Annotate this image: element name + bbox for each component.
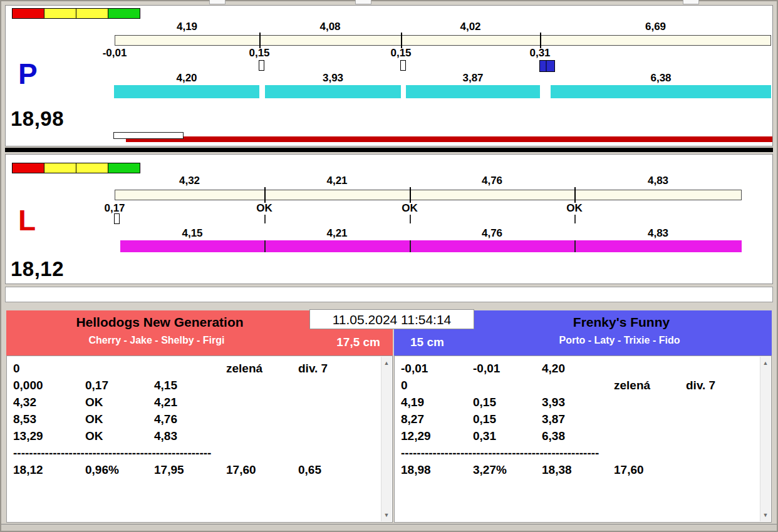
offset-marker-box <box>114 213 120 224</box>
offset-label: 0,15 <box>370 47 432 59</box>
team-dog-names: Porto - Laty - Trixie - Fido <box>475 335 764 346</box>
table-cell: 4,32 <box>13 394 85 411</box>
table-cell: -0,01 <box>401 360 473 377</box>
table-cell: 0 <box>401 377 473 394</box>
table-separator: ----------------------------------------… <box>13 444 376 461</box>
start-light <box>12 8 44 19</box>
split-tick-mark <box>410 187 411 203</box>
table-row: 8,53OK4,76 <box>13 411 376 427</box>
split-time-label: 4,08 <box>299 21 361 33</box>
table-cell <box>298 411 376 427</box>
scrollbar[interactable]: ▲ ▼ <box>381 357 392 521</box>
split-time-bar <box>115 190 742 200</box>
dog-time-bar-segment <box>114 85 259 98</box>
table-cell <box>686 360 755 377</box>
table-cell: 0,65 <box>298 461 376 478</box>
table-cell: 12,29 <box>401 427 473 444</box>
table-cell: 17,95 <box>154 461 226 478</box>
table-row: 0zelenádiv. 7 <box>13 360 376 377</box>
dog-time-bar-segment <box>265 85 401 98</box>
table-cell: 8,53 <box>13 411 85 427</box>
table-cell: 4,15 <box>154 377 226 394</box>
table-cell: OK <box>85 411 154 427</box>
table-cell: 4,19 <box>401 394 473 411</box>
start-light <box>44 8 76 19</box>
split-tick-mark <box>574 187 576 203</box>
table-cell <box>226 411 298 427</box>
start-light <box>108 8 140 19</box>
start-light <box>108 163 140 173</box>
table-row: 18,983,27%18,3817,60 <box>401 461 755 478</box>
table-cell <box>686 411 755 427</box>
table-row: 4,190,153,93 <box>401 394 755 411</box>
window-edge-fragment <box>355 0 371 4</box>
scrollbar[interactable]: ▲ ▼ <box>760 357 770 521</box>
dog-time-bar-segment <box>574 240 742 252</box>
scroll-up-icon[interactable]: ▲ <box>381 360 392 366</box>
split-time-label: 4,83 <box>627 175 690 187</box>
table-cell <box>614 427 686 444</box>
offset-tick-mark <box>574 215 576 223</box>
team-result-area: 0zelenádiv. 70,0000,174,154,32OK4,218,53… <box>6 356 393 523</box>
start-light <box>76 163 108 173</box>
split-time-label: 4,02 <box>439 21 502 33</box>
offset-label: 0,17 <box>83 202 146 215</box>
team-panel-left: Hellodogs New Generation Cherry - Jake -… <box>6 310 393 523</box>
lane-letter: L <box>18 205 36 237</box>
table-cell: 3,27% <box>473 461 542 478</box>
table-cell: 0,000 <box>13 377 85 394</box>
dog-time-label: 3,87 <box>442 72 504 84</box>
team-table: 0zelenádiv. 70,0000,174,154,32OK4,218,53… <box>13 360 376 478</box>
table-row: -0,01-0,014,20 <box>401 360 755 377</box>
dog-time-label: 4,76 <box>461 227 524 240</box>
table-row: 0,0000,174,15 <box>13 377 376 394</box>
progress-marker-box <box>113 132 184 139</box>
table-cell <box>614 360 686 377</box>
start-light <box>44 163 76 173</box>
dog-time-label: 3,93 <box>302 72 365 84</box>
table-cell <box>85 360 154 377</box>
start-lights <box>12 163 140 173</box>
split-tick-mark <box>259 33 261 48</box>
scroll-up-icon[interactable]: ▲ <box>760 360 770 366</box>
table-cell: 4,76 <box>154 411 226 427</box>
offset-label: OK <box>233 202 296 215</box>
offset-label: OK <box>543 202 606 215</box>
table-cell: 18,98 <box>401 461 473 478</box>
table-row: 8,270,153,87 <box>401 411 755 427</box>
table-cell: 3,87 <box>542 411 614 427</box>
table-cell <box>298 394 376 411</box>
scroll-down-icon[interactable]: ▼ <box>381 512 392 518</box>
scroll-down-icon[interactable]: ▼ <box>760 512 770 518</box>
table-cell <box>473 377 542 394</box>
offset-label: -0,01 <box>83 47 146 59</box>
table-cell: 6,38 <box>542 427 614 444</box>
table-cell: 13,29 <box>13 427 85 444</box>
table-cell: 0,17 <box>85 377 154 394</box>
table-cell <box>226 394 298 411</box>
offset-label: 0,31 <box>509 47 571 59</box>
team-panel-right: Frenky's Funny Porto - Laty - Trixie - F… <box>394 310 772 523</box>
offset-label: OK <box>378 202 441 215</box>
dog-time-label: 4,83 <box>627 227 690 240</box>
table-cell: zelená <box>614 377 686 394</box>
dog-time-bar-segment <box>551 85 771 98</box>
split-time-bar <box>115 35 771 46</box>
table-cell: zelená <box>226 360 298 377</box>
table-cell <box>226 427 298 444</box>
table-cell: 0,96% <box>85 461 154 478</box>
dog-time-label: 4,21 <box>306 227 368 240</box>
team-table: -0,01-0,014,200zelenádiv. 74,190,153,938… <box>401 360 755 478</box>
table-cell: -0,01 <box>473 360 542 377</box>
dog-time-bar-segment <box>264 240 410 252</box>
offset-label: 0,15 <box>228 47 291 59</box>
split-time-label: 6,69 <box>625 21 687 33</box>
table-cell: OK <box>85 427 154 444</box>
table-separator: ----------------------------------------… <box>401 444 755 461</box>
dog-time-label: 4,15 <box>161 227 224 240</box>
split-time-label: 4,21 <box>306 175 368 187</box>
table-cell: 3,93 <box>542 394 614 411</box>
start-lights <box>12 8 140 19</box>
dog-time-label: 6,38 <box>630 72 692 84</box>
window-edge-fragment <box>683 0 699 4</box>
